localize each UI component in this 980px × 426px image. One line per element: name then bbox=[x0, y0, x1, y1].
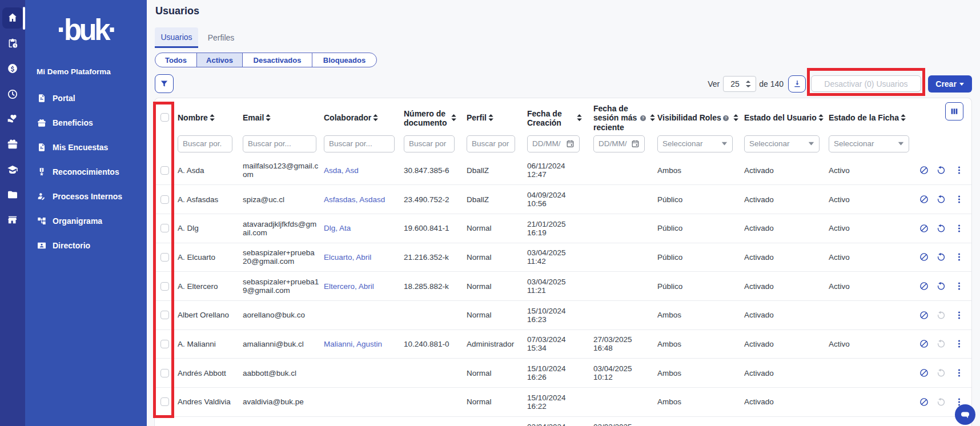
svg-text:?: ? bbox=[642, 116, 644, 120]
svg-text:?: ? bbox=[725, 116, 727, 120]
